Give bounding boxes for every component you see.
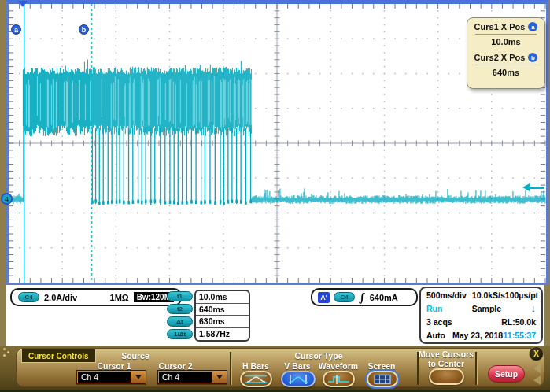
cursor-controls-title: Cursor Controls — [28, 352, 89, 361]
setup-button[interactable]: Setup — [488, 365, 525, 383]
rising-slope-icon: ∫ — [359, 292, 366, 303]
cursor-a-label: a — [14, 26, 18, 34]
delta-t-badge: Δt — [167, 316, 193, 327]
curs2-b-icon: b — [528, 53, 537, 62]
cursor-b-label: b — [82, 26, 87, 34]
t2-value: 640ms — [196, 304, 249, 316]
curs1-x-pos-value: 10.0ms — [491, 37, 520, 46]
dropdown-arrow-icon — [216, 375, 223, 379]
curs2-x-pos-value: 640ms — [493, 68, 519, 77]
v-bars-icon — [286, 374, 311, 385]
trigger-mode: Auto — [426, 331, 445, 340]
channel-scale: 2.0A/div — [44, 293, 77, 302]
t1-badge: t1 — [167, 291, 193, 301]
cursor-position-readout: Curs1 X Pos a 10.0ms Curs2 X Pos b 640ms — [467, 17, 545, 89]
grip-dot — [3, 354, 6, 357]
screen-button[interactable] — [367, 371, 398, 387]
source-label: Source — [108, 351, 163, 361]
channel-badge: C4 — [18, 292, 39, 302]
trigger-indicator-icon: ↓ — [531, 305, 537, 312]
clock-time: 11:55:37 — [504, 331, 536, 340]
run-state: Run — [426, 304, 442, 313]
trigger-level-value: 640mA — [370, 293, 398, 302]
h-bars-button[interactable] — [240, 371, 272, 387]
date: May 23, 2018 — [452, 331, 503, 340]
inv-delta-t-badge: 1/Δt — [167, 329, 193, 339]
close-button[interactable]: X — [529, 346, 544, 361]
cursor-type-label: Cursor Type — [279, 351, 358, 361]
curs1-a-icon: a — [528, 22, 537, 31]
trigger-level-arrow-tail — [529, 187, 544, 189]
t2-badge: t2 — [167, 304, 193, 314]
timebase-value: 500ms/div — [426, 290, 467, 300]
divider — [475, 34, 537, 35]
curs1-x-pos-label: Curs1 X Pos — [474, 22, 526, 31]
curs2-x-pos-label: Curs2 X Pos — [474, 53, 526, 62]
acquisition-count: 3 acqs — [426, 317, 452, 327]
inv-delta-t-value: 1.587Hz — [196, 328, 249, 341]
acquisition-mode: Sample — [472, 304, 501, 313]
h-bars-icon — [244, 374, 268, 384]
menu-separator — [475, 352, 477, 385]
measurement-readout: 10.0ms 640ms 630ms 1.587Hz — [194, 290, 250, 342]
channel-4-label: 4 — [5, 195, 9, 203]
cursor-a-marker[interactable]: a — [11, 24, 21, 35]
oscilloscope-screen: a b 4 Curs1 X Pos a 10.0ms Curs2 X Pos b… — [0, 0, 550, 392]
waveform-icon — [327, 374, 351, 385]
screen-icon — [372, 374, 393, 385]
grip-dot — [7, 351, 9, 353]
setup-label: Setup — [495, 369, 518, 379]
v-bars-button[interactable] — [281, 371, 316, 387]
resolution-value: 100µs/pt — [505, 290, 538, 300]
dropdown-arrow-icon — [135, 375, 142, 379]
sample-rate-value: 10.0kS/s — [472, 290, 505, 300]
trigger-source-badge: A' — [318, 292, 330, 303]
trigger-position-icon[interactable] — [18, 1, 28, 7]
delta-t-value: 630ms — [196, 316, 249, 328]
cursor1-source-value: Ch 4 — [78, 372, 131, 383]
divider — [475, 65, 537, 65]
nav-left-icon[interactable] — [533, 375, 541, 385]
cursor1-source-dropdown[interactable]: Ch 4 — [76, 370, 146, 384]
grip-dot — [3, 348, 6, 350]
acquisition-readout: 500ms/div 10.0kS/s 100µs/pt Run Sample ↓… — [419, 287, 543, 344]
cursor2-source-value: Ch 4 — [159, 372, 212, 383]
close-icon: X — [533, 349, 539, 358]
trigger-channel-badge: C4 — [334, 292, 355, 302]
cursor2-source-dropdown[interactable]: Ch 4 — [157, 370, 227, 384]
screen-label: Screen — [354, 361, 409, 371]
nav-left-icon[interactable] — [533, 364, 541, 373]
record-length: RL:50.0k — [501, 317, 536, 327]
channel-readout[interactable]: C4 2.0A/div 1MΩ Bw:120M — [10, 288, 182, 306]
move-cursors-button[interactable] — [429, 368, 464, 385]
waveform-button[interactable] — [323, 371, 355, 387]
t1-value: 10.0ms — [196, 291, 249, 304]
channel-impedance: 1MΩ — [110, 293, 129, 302]
cursor2-dropdown-button[interactable] — [212, 371, 227, 383]
move-cursors-label: Move Cursors to Center — [411, 349, 482, 368]
trigger-readout[interactable]: A' C4 ∫ 640mA — [311, 288, 418, 306]
cursor1-dropdown-button[interactable] — [131, 371, 146, 383]
channel-4-ground-marker[interactable]: 4 — [1, 193, 13, 205]
cursor-b-marker[interactable]: b — [79, 24, 89, 35]
